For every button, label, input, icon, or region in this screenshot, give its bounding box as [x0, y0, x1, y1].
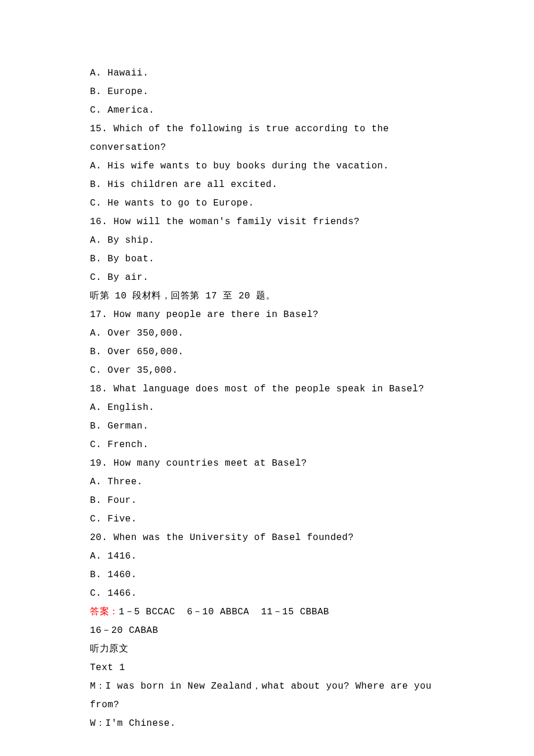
option-text: B. German. [90, 417, 447, 435]
transcript-header: 听力原文 [90, 640, 447, 658]
option-text: A. Over 350,000. [90, 324, 447, 343]
option-text: B. Over 650,000. [90, 343, 447, 361]
option-text: A. Three. [90, 473, 447, 491]
option-text: B. Four. [90, 491, 447, 510]
option-text: C. He wants to go to Europe. [90, 194, 447, 213]
transcript-section: Text 1 [90, 658, 447, 677]
option-text: A. English. [90, 398, 447, 417]
option-text: C. By air. [90, 268, 447, 287]
option-text: A. Hawaii. [90, 64, 447, 82]
dialogue-line: W：I'm Chinese. [90, 714, 447, 733]
section-header: 听第 10 段材料，回答第 17 至 20 题。 [90, 287, 447, 305]
option-text: B. Europe. [90, 82, 447, 101]
question-text: 20. When was the University of Basel fou… [90, 528, 447, 547]
option-text: C. Over 35,000. [90, 361, 447, 380]
question-text: 17. How many people are there in Basel? [90, 305, 447, 324]
option-text: B. 1460. [90, 566, 447, 584]
option-text: B. His children are all excited. [90, 175, 447, 194]
question-text: 19. How many countries meet at Basel? [90, 454, 447, 473]
option-text: A. 1416. [90, 547, 447, 566]
question-text: 15. Which of the following is true accor… [90, 120, 447, 157]
option-text: C. 1466. [90, 584, 447, 603]
question-text: 18. What language does most of the peopl… [90, 380, 447, 398]
document-page: A. Hawaii. B. Europe. C. America. 15. Wh… [0, 0, 534, 756]
answer-line-continued: 16－20 CABAB [90, 621, 447, 640]
answer-line: 答案：1－5 BCCAC 6－10 ABBCA 11－15 CBBAB [90, 603, 447, 621]
answer-values: 1－5 BCCAC 6－10 ABBCA 11－15 CBBAB [119, 607, 330, 617]
dialogue-line: M：I was born in New Zealand，what about y… [90, 677, 447, 714]
question-text: 16. How will the woman's family visit fr… [90, 213, 447, 231]
option-text: C. French. [90, 435, 447, 454]
option-text: B. By boat. [90, 250, 447, 268]
option-text: A. His wife wants to buy books during th… [90, 157, 447, 175]
option-text: A. By ship. [90, 231, 447, 250]
option-text: C. Five. [90, 510, 447, 528]
answer-label: 答案： [90, 607, 119, 617]
option-text: C. America. [90, 101, 447, 120]
